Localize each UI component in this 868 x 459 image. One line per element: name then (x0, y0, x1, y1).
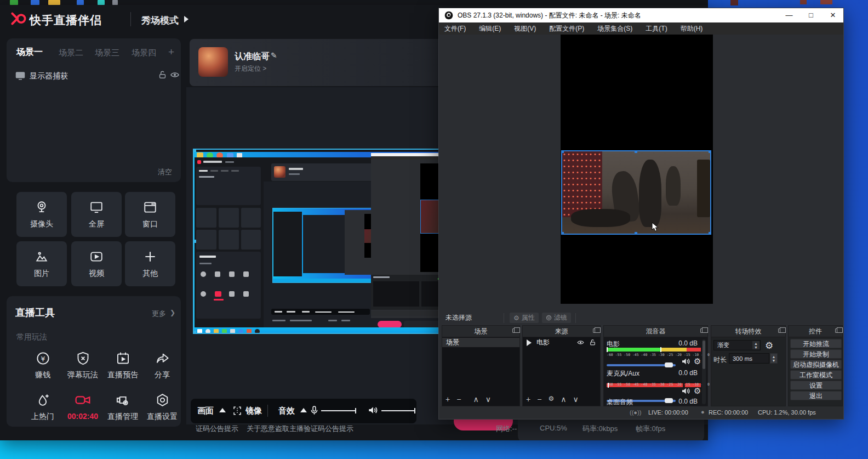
channel-settings-gear-icon[interactable] (694, 386, 701, 396)
tool-live-settings[interactable]: 直播设置 (144, 393, 180, 422)
clear-sources-link[interactable]: 清空 (158, 167, 172, 177)
source-properties-icon[interactable] (548, 395, 554, 404)
tool-earn-money[interactable]: ¥ 赚钱 (25, 351, 61, 380)
sound-menu-caret-icon[interactable] (300, 408, 307, 412)
remove-scene-icon[interactable]: − (456, 395, 461, 404)
add-source-icon[interactable]: + (526, 395, 530, 404)
no-source-label: 未选择源 (446, 313, 472, 322)
mixer-dock-title[interactable]: 混音器 (603, 325, 708, 337)
edit-name-icon[interactable]: ✎ (271, 51, 277, 60)
unlock-icon[interactable] (158, 70, 167, 80)
filter-swirl-icon (546, 315, 552, 321)
settings-button[interactable]: 设置 (790, 381, 842, 390)
mic-volume-slider[interactable] (321, 410, 356, 411)
tool-trending[interactable]: 上热门 (25, 393, 61, 422)
source-up-icon[interactable]: ∧ (561, 395, 566, 404)
duration-spinner[interactable]: ▲▼ (770, 353, 778, 364)
obs-program-canvas[interactable] (561, 35, 713, 304)
tool-danmaku-play[interactable]: 弹幕玩法 (65, 351, 101, 380)
remove-source-icon[interactable]: − (537, 395, 541, 404)
captcha-notice-1[interactable]: 证码公告提示 (196, 424, 238, 434)
controls-dock-title[interactable]: 控件 (788, 325, 843, 337)
duration-field[interactable]: 300 ms (729, 353, 769, 364)
add-other-tile[interactable]: 其他 (125, 241, 175, 286)
scene-tab-3[interactable]: 场景三 (95, 48, 119, 58)
menu-edit[interactable]: 编辑(E) (479, 24, 501, 33)
properties-button[interactable]: 属性 (510, 313, 539, 323)
menu-profile[interactable]: 配置文件(P) (549, 24, 584, 33)
transitions-dock-title[interactable]: 转场特效 (711, 325, 786, 337)
close-button[interactable]: ✕ (824, 8, 842, 22)
menu-help[interactable]: 帮助(H) (681, 24, 703, 33)
menu-tools[interactable]: 工具(T) (646, 24, 667, 33)
exit-button[interactable]: 退出 (790, 391, 842, 400)
tool-live-preview[interactable]: 直播预告 (105, 351, 141, 380)
scene-tab-4[interactable]: 场景四 (132, 48, 156, 58)
more-link[interactable]: 更多 (152, 309, 166, 319)
more-chevron-icon[interactable]: ❯ (170, 309, 175, 316)
menu-view[interactable]: 视图(V) (514, 24, 536, 33)
microphone-icon[interactable] (309, 405, 319, 416)
mute-speaker-icon[interactable] (681, 386, 690, 396)
menu-scene-collection[interactable]: 场景集合(S) (597, 24, 632, 33)
tool-share[interactable]: 分享 (144, 351, 180, 380)
scene-list-item[interactable]: 场景 (442, 338, 519, 347)
add-scene-icon[interactable]: + (446, 395, 450, 404)
dock-popout-icon[interactable] (835, 328, 840, 333)
start-streaming-button[interactable]: 开始推流 (790, 339, 842, 348)
speaker-icon[interactable] (367, 405, 378, 416)
mixer-scrollbar[interactable] (702, 339, 706, 404)
capture-source-item[interactable]: 显示器捕获 (30, 71, 68, 81)
scenes-dock-title[interactable]: 场景 (442, 325, 520, 337)
movie-source[interactable] (561, 150, 711, 235)
sound-effect-menu[interactable]: 音效 (278, 406, 295, 416)
start-recording-button[interactable]: 开始录制 (790, 349, 842, 359)
dock-popout-icon[interactable] (700, 328, 705, 333)
channel-settings-gear-icon[interactable] (694, 356, 701, 366)
add-video-tile[interactable]: 视频 (71, 241, 122, 286)
scene-up-icon[interactable]: ∧ (473, 395, 478, 404)
add-camera-tile[interactable]: 摄像头 (16, 192, 67, 237)
mute-speaker-icon[interactable] (681, 356, 690, 366)
screen-menu[interactable]: 画面 (197, 406, 214, 416)
dock-popout-icon[interactable] (778, 328, 783, 333)
visibility-eye-icon[interactable] (170, 70, 180, 80)
source-down-icon[interactable]: ∨ (573, 395, 578, 404)
screen-menu-caret-icon[interactable] (219, 408, 226, 412)
source-lock-icon[interactable] (589, 339, 596, 346)
source-list-item[interactable]: 电影 (523, 338, 600, 347)
tool-live-manage[interactable]: 直播管理 (105, 393, 141, 422)
dock-popout-icon[interactable] (593, 328, 598, 333)
add-scene-button[interactable]: + (168, 46, 174, 58)
transition-select[interactable]: 渐变 ▲▼ (713, 340, 761, 350)
menu-file[interactable]: 文件(F) (444, 24, 466, 33)
scene-tab-2[interactable]: 场景二 (59, 48, 83, 58)
obs-titlebar[interactable]: OBS 27.1.3 (32-bit, windows) - 配置文件: 未命名… (439, 8, 843, 22)
maximize-button[interactable]: □ (802, 8, 820, 22)
minimize-button[interactable]: — (780, 8, 798, 22)
slider-handle[interactable] (665, 398, 673, 403)
sources-dock-title[interactable]: 来源 (522, 325, 601, 337)
filters-button[interactable]: 滤镜 (542, 313, 571, 323)
mode-selector[interactable]: 秀场模式 (141, 14, 179, 27)
scene-down-icon[interactable]: ∨ (486, 395, 491, 404)
fps-status: 帧率:0fps (636, 424, 665, 434)
scene-tab-1[interactable]: 场景一 (16, 47, 43, 58)
studio-mode-button[interactable]: 工作室模式 (790, 370, 842, 379)
mode-caret-icon[interactable] (184, 16, 189, 22)
add-image-tile[interactable]: 图片 (16, 241, 67, 286)
add-fullscreen-tile[interactable]: 全屏 (71, 192, 122, 237)
volume-slider-movie[interactable] (607, 364, 676, 366)
recording-timer[interactable]: 00:02:40 (65, 393, 101, 421)
speaker-volume-slider[interactable] (381, 410, 415, 411)
mirror-button[interactable]: 镜像 (245, 406, 262, 416)
source-eye-icon[interactable] (576, 339, 585, 346)
mirror-icon[interactable] (232, 406, 242, 416)
slider-handle[interactable] (665, 362, 673, 367)
virtual-camera-button[interactable]: 启动虚拟摄像机 (790, 360, 842, 369)
transition-settings-gear-icon[interactable] (765, 340, 773, 352)
enable-location-link[interactable]: 开启定位 > (235, 64, 266, 73)
captcha-notice-2[interactable]: 关于恶意盗取主播验证码公告提示 (247, 424, 353, 434)
dock-popout-icon[interactable] (512, 328, 517, 333)
add-window-tile[interactable]: 窗口 (125, 192, 175, 237)
